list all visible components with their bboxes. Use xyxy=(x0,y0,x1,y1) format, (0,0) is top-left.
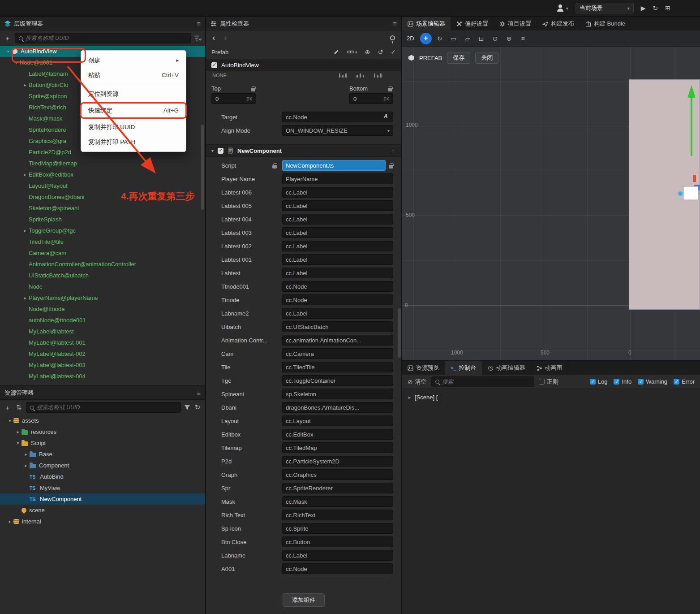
expand-arrow-icon[interactable]: ▸ xyxy=(22,463,30,468)
hierarchy-node[interactable]: Node@ttnode xyxy=(0,303,205,315)
space-toggle[interactable] xyxy=(503,33,515,44)
property-value-field[interactable]: cc.Graphics xyxy=(282,469,393,480)
tab-project-settings[interactable]: 项目设置 xyxy=(494,17,537,30)
expand-arrow-icon[interactable]: ▸ xyxy=(408,395,411,400)
filter-checkbox[interactable] xyxy=(638,379,644,385)
scale-tool[interactable] xyxy=(462,33,473,44)
nav-back-icon[interactable]: ‹ xyxy=(212,33,215,43)
hierarchy-search[interactable] xyxy=(15,33,191,43)
context-menu-item[interactable]: 快速绑定 Alt+G ▸ xyxy=(81,103,186,118)
property-value-field[interactable]: cc.UIStaticBatch xyxy=(282,321,393,332)
move-tool[interactable] xyxy=(420,33,432,44)
hierarchy-node[interactable]: TiledMap@tilemap xyxy=(0,158,205,169)
align-mode-select[interactable]: ON_WINDOW_RESIZE▾ xyxy=(282,125,393,136)
expand-arrow-icon[interactable]: ▸ xyxy=(6,519,13,524)
hierarchy-node[interactable]: ▸ PlayerName@playerName xyxy=(0,292,205,303)
property-value-field[interactable]: cc.EditBox xyxy=(282,429,393,440)
hierarchy-node[interactable]: UIStaticBatch@uibatch xyxy=(0,270,205,281)
refresh-button[interactable]: ↻ xyxy=(653,4,658,12)
script-field[interactable]: NewComponent.ts xyxy=(282,160,386,171)
expand-arrow-icon[interactable]: ▸ xyxy=(21,82,29,87)
mode-2d-button[interactable]: 2D xyxy=(407,35,414,42)
property-value-field[interactable]: cc.Camera xyxy=(282,348,393,359)
asset-item[interactable]: AutoBind xyxy=(0,471,205,482)
tab-build-bundle[interactable]: 构建 Bundle xyxy=(580,17,631,30)
expand-arrow-icon[interactable]: ▾ xyxy=(4,49,12,54)
collapse-arrow-icon[interactable]: ▾ xyxy=(211,148,214,153)
prefab-close-button[interactable]: 关闭 xyxy=(475,52,498,64)
log-filter[interactable]: Info xyxy=(614,378,631,385)
property-value-field[interactable]: cc.Label xyxy=(282,227,393,238)
tab-asset-preview[interactable]: 资源预览 xyxy=(402,361,445,375)
asset-item[interactable]: ▸ resources xyxy=(0,426,205,437)
hierarchy-scrollbar[interactable] xyxy=(201,125,204,210)
tab-animation-graph[interactable]: 动画图 xyxy=(531,361,568,375)
property-value-field[interactable]: PlayerName xyxy=(282,173,393,184)
property-value-field[interactable]: cc.Mask xyxy=(282,496,393,507)
asset-item[interactable]: ▸ Component xyxy=(0,460,205,471)
clear-console-button[interactable]: ⊘ 清空 xyxy=(408,378,427,386)
property-value-field[interactable]: cc.Label xyxy=(282,550,393,561)
current-scene-select[interactable]: 当前场景▾ xyxy=(575,3,634,13)
expand-arrow-icon[interactable]: ▾ xyxy=(6,418,13,423)
regex-checkbox[interactable] xyxy=(539,379,545,385)
hierarchy-node[interactable]: DragonBones@dbani xyxy=(0,191,205,203)
filter-icon[interactable] xyxy=(194,35,202,41)
property-value-field[interactable]: dragonBones.ArmatureDis... xyxy=(282,402,393,413)
tab-scene-editor[interactable]: 场景编辑器 xyxy=(402,17,451,30)
hierarchy-node[interactable]: Node xyxy=(0,281,205,292)
play-button[interactable]: ▶ xyxy=(641,4,646,12)
context-menu-item[interactable]: 定位到资源 ▸ xyxy=(81,85,186,101)
prefab-apply-icon[interactable]: ✓ xyxy=(391,48,396,56)
rotate-tool[interactable] xyxy=(434,33,446,44)
inspector-scrollbar[interactable] xyxy=(398,308,401,358)
expand-arrow-icon[interactable]: ▾ xyxy=(13,60,20,65)
tab-console[interactable]: >_ 控制台 xyxy=(445,361,482,375)
assets-search-input[interactable] xyxy=(37,404,177,411)
add-component-button[interactable]: 添加组件 xyxy=(283,593,325,607)
asset-item[interactable]: MyView xyxy=(0,482,205,493)
property-value-field[interactable]: cc.Label xyxy=(282,254,393,265)
asset-item[interactable]: ▾ Script xyxy=(0,437,205,449)
property-value-field[interactable]: cc.Node xyxy=(282,294,393,305)
hierarchy-node[interactable]: MyLabel@labtest-001 xyxy=(0,337,205,348)
regex-toggle[interactable]: 正则 xyxy=(539,378,558,386)
hierarchy-node[interactable]: ▸ EditBox@editbox xyxy=(0,169,205,180)
property-value-field[interactable]: cc.Label xyxy=(282,308,393,319)
property-value-field[interactable]: cc.Layout xyxy=(282,415,393,426)
property-value-field[interactable]: cc.animation.AnimationCon... xyxy=(282,335,393,346)
property-value-field[interactable]: cc.Label xyxy=(282,268,393,278)
prefab-link-icon[interactable]: ▾ xyxy=(347,49,357,55)
scene-viewport[interactable]: PREFAB 保存 关闭 1000 500 0 -1000 -500 0 xyxy=(402,47,700,360)
component-enabled-checkbox[interactable] xyxy=(218,148,223,154)
target-field[interactable]: cc.Node xyxy=(282,112,393,122)
property-value-field[interactable]: cc.Label xyxy=(282,214,393,225)
filter-checkbox[interactable] xyxy=(614,379,619,385)
context-menu-item[interactable]: 复制并打印 PATH ▸ xyxy=(81,134,186,149)
inspector-menu-icon[interactable]: ≡ xyxy=(393,20,397,27)
hierarchy-node[interactable]: TiledTile@tile xyxy=(0,236,205,247)
property-value-field[interactable]: cc.Label xyxy=(282,187,393,198)
context-menu-item[interactable]: 粘贴 Ctrl+V ▸ xyxy=(81,68,186,82)
tab-preferences[interactable]: 偏好设置 xyxy=(451,17,494,30)
asset-item[interactable]: ▾ assets xyxy=(0,415,205,426)
console-search-input[interactable] xyxy=(442,379,530,385)
property-value-field[interactable]: cc.TiledTile xyxy=(282,362,393,372)
asset-item[interactable]: NewComponent xyxy=(0,493,205,505)
log-filter[interactable]: Log xyxy=(590,378,608,385)
user-avatar-icon[interactable]: ▾ xyxy=(556,4,568,12)
create-node-button[interactable]: + xyxy=(4,35,12,42)
layout-grid-icon[interactable]: ⊞ xyxy=(665,4,670,12)
property-value-field[interactable]: cc.RichText xyxy=(282,510,393,520)
tab-build-publish[interactable]: 构建发布 xyxy=(537,17,580,30)
snap-settings[interactable] xyxy=(517,33,529,44)
node-enabled-checkbox[interactable] xyxy=(211,62,217,68)
hierarchy-node[interactable]: SpriteSplash xyxy=(0,214,205,225)
prefab-locate-icon[interactable]: ⊕ xyxy=(365,48,370,56)
expand-arrow-icon[interactable]: ▸ xyxy=(21,228,29,233)
property-value-field[interactable]: cc.SpriteRenderer xyxy=(282,483,393,493)
property-value-field[interactable]: cc.ToggleContainer xyxy=(282,375,393,386)
asset-item[interactable]: ▸ Base xyxy=(0,449,205,460)
hierarchy-node[interactable]: MyLabel@labtest-002 xyxy=(0,348,205,359)
asset-filter-icon[interactable] xyxy=(184,405,190,411)
